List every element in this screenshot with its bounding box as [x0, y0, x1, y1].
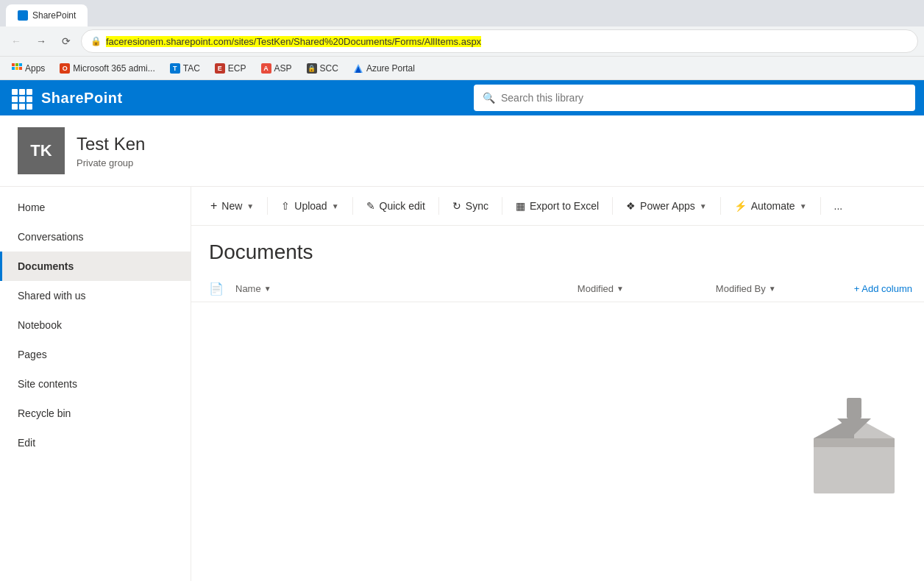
bookmark-azure[interactable]: Azure Portal [347, 61, 421, 76]
tab-label: SharePoint [32, 10, 76, 21]
site-subtitle: Private group [77, 157, 145, 168]
bookmarks-bar: Apps O Microsoft 365 admi... T TAC E ECP… [0, 56, 924, 79]
left-nav: Home Conversations Documents Shared with… [0, 187, 191, 581]
quick-edit-icon: ✎ [366, 200, 375, 212]
toolbar-separator-6 [720, 197, 721, 215]
content-area: + New ▼ ⇧ Upload ▼ ✎ Quick edit ↻ Sync [191, 187, 924, 581]
nav-site-contents-label: Site contents [18, 378, 77, 390]
waffle-dot [12, 104, 18, 110]
back-button[interactable]: ← [6, 31, 26, 51]
modified-by-column-header[interactable]: Modified By ▼ [716, 283, 848, 294]
main-layout: Home Conversations Documents Shared with… [0, 187, 924, 581]
empty-state [191, 302, 924, 523]
address-bar[interactable]: 🔒 faceresionem.sharepoint.com/sites/Test… [81, 29, 918, 53]
nav-item-shared-with-us[interactable]: Shared with us [0, 281, 191, 310]
new-button[interactable]: + New ▼ [203, 193, 261, 219]
name-column-header[interactable]: Name ▼ [235, 283, 572, 294]
empty-box-illustration [799, 398, 909, 493]
modified-column-header[interactable]: Modified ▼ [578, 283, 710, 294]
sharepoint-logo: SharePoint [41, 90, 123, 107]
svg-rect-2 [19, 63, 22, 66]
bookmark-tac-label: TAC [183, 63, 200, 74]
tab-favicon [18, 10, 28, 21]
bookmark-scc[interactable]: 🔒 SCC [301, 61, 344, 76]
power-apps-button[interactable]: ❖ Power Apps ▼ [619, 193, 714, 219]
search-box[interactable]: 🔍 [474, 85, 915, 111]
browser-nav-bar: ← → ⟳ 🔒 faceresionem.sharepoint.com/site… [0, 26, 924, 56]
bookmark-apps-icon [12, 63, 22, 74]
nav-conversations-label: Conversations [18, 231, 84, 243]
bookmark-m365-icon: O [60, 63, 70, 74]
page-title: Documents [191, 226, 924, 276]
sync-button[interactable]: ↻ Sync [445, 193, 496, 219]
automate-label: Automate [751, 200, 795, 212]
bookmark-tac[interactable]: T TAC [164, 61, 206, 76]
bookmark-ecp[interactable]: E ECP [209, 61, 252, 76]
nav-item-recycle-bin[interactable]: Recycle bin [0, 399, 191, 428]
power-apps-icon: ❖ [626, 200, 636, 212]
svg-rect-3 [12, 67, 15, 70]
bookmark-asp[interactable]: A ASP [255, 61, 298, 76]
toolbar-separator-2 [352, 197, 353, 215]
nav-item-documents[interactable]: Documents [0, 252, 191, 281]
file-icon-header: 📄 [209, 282, 224, 296]
toolbar-separator-7 [820, 197, 821, 215]
more-label: ... [834, 200, 843, 212]
sync-label: Sync [466, 200, 488, 212]
forward-button[interactable]: → [31, 31, 51, 51]
new-label: New [221, 200, 242, 212]
toolbar-separator-4 [502, 197, 502, 215]
waffle-dot [19, 96, 25, 102]
svg-rect-9 [814, 438, 895, 447]
bookmark-azure-icon [353, 63, 363, 74]
site-header: TK Test Ken Private group [0, 115, 924, 187]
nav-edit-label: Edit [18, 437, 35, 449]
bookmark-scc-icon: 🔒 [307, 63, 317, 74]
waffle-dot [19, 89, 25, 95]
toolbar: + New ▼ ⇧ Upload ▼ ✎ Quick edit ↻ Sync [191, 187, 924, 226]
waffle-dot [12, 96, 18, 102]
waffle-dot [19, 104, 25, 110]
browser-tabs: SharePoint [0, 0, 924, 26]
bookmark-m365[interactable]: O Microsoft 365 admi... [54, 61, 160, 76]
add-column-button[interactable]: + Add column [854, 283, 912, 294]
more-button[interactable]: ... [827, 193, 850, 219]
waffle-dot [12, 89, 18, 95]
nav-item-conversations[interactable]: Conversations [0, 222, 191, 252]
nav-item-home[interactable]: Home [0, 193, 191, 222]
column-header-row: 📄 Name ▼ Modified ▼ Modified By ▼ + Add … [191, 276, 924, 302]
bookmark-apps[interactable]: Apps [6, 61, 51, 76]
quick-edit-label: Quick edit [380, 200, 425, 212]
power-apps-label: Power Apps [640, 200, 695, 212]
new-plus-icon: + [210, 199, 217, 213]
svg-rect-0 [12, 63, 15, 66]
site-info: Test Ken Private group [77, 134, 145, 168]
nav-item-notebook[interactable]: Notebook [0, 310, 191, 340]
toolbar-separator [267, 197, 268, 215]
bookmark-asp-icon: A [261, 63, 271, 74]
quick-edit-button[interactable]: ✎ Quick edit [359, 193, 433, 219]
automate-button[interactable]: ⚡ Automate ▼ [727, 193, 814, 219]
nav-item-edit[interactable]: Edit [0, 428, 191, 457]
svg-rect-12 [847, 398, 861, 418]
bookmark-ecp-icon: E [215, 63, 225, 74]
modified-column-label: Modified [578, 283, 614, 294]
search-input[interactable] [501, 92, 906, 104]
upload-button[interactable]: ⇧ Upload ▼ [274, 193, 346, 219]
automate-icon: ⚡ [734, 200, 747, 212]
reload-button[interactable]: ⟳ [56, 31, 77, 51]
nav-documents-label: Documents [18, 260, 74, 272]
svg-rect-1 [15, 63, 18, 66]
modified-by-sort-icon: ▼ [769, 285, 776, 293]
active-tab[interactable]: SharePoint [6, 4, 88, 26]
site-avatar: TK [18, 127, 65, 174]
export-button[interactable]: ▦ Export to Excel [508, 193, 606, 219]
nav-item-site-contents[interactable]: Site contents [0, 369, 191, 399]
sync-icon: ↻ [452, 200, 461, 212]
waffle-dot [26, 89, 32, 95]
bookmark-apps-label: Apps [25, 63, 45, 74]
power-apps-chevron-icon: ▼ [700, 202, 707, 210]
add-column-label: + Add column [854, 283, 912, 294]
nav-item-pages[interactable]: Pages [0, 340, 191, 369]
waffle-menu[interactable] [9, 86, 32, 110]
